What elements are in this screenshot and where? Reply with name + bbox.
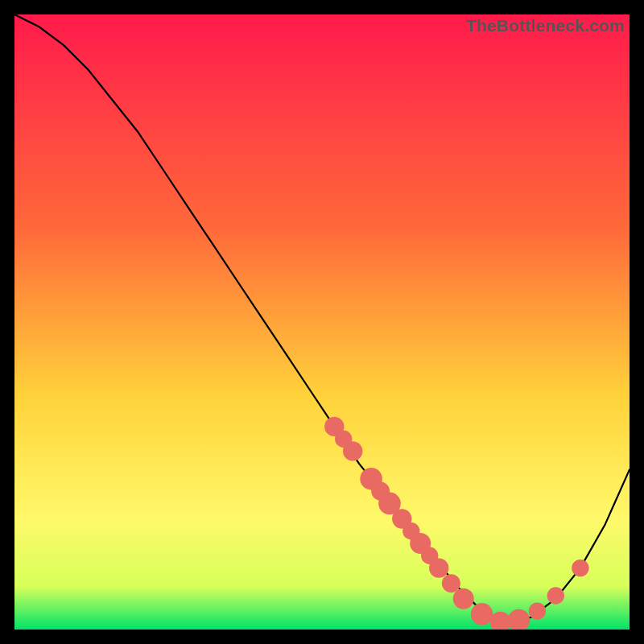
attribution-text: TheBottleneck.com <box>466 16 625 35</box>
data-marker <box>429 558 448 577</box>
bottleneck-chart <box>14 14 630 630</box>
chart-frame: TheBottleneck.com <box>14 14 630 630</box>
data-marker <box>343 441 362 460</box>
data-marker <box>572 559 588 576</box>
data-marker <box>471 603 493 625</box>
data-marker <box>547 587 564 604</box>
data-marker <box>442 574 460 592</box>
gradient-background <box>14 14 630 630</box>
data-marker <box>453 588 474 609</box>
data-marker <box>529 602 546 619</box>
